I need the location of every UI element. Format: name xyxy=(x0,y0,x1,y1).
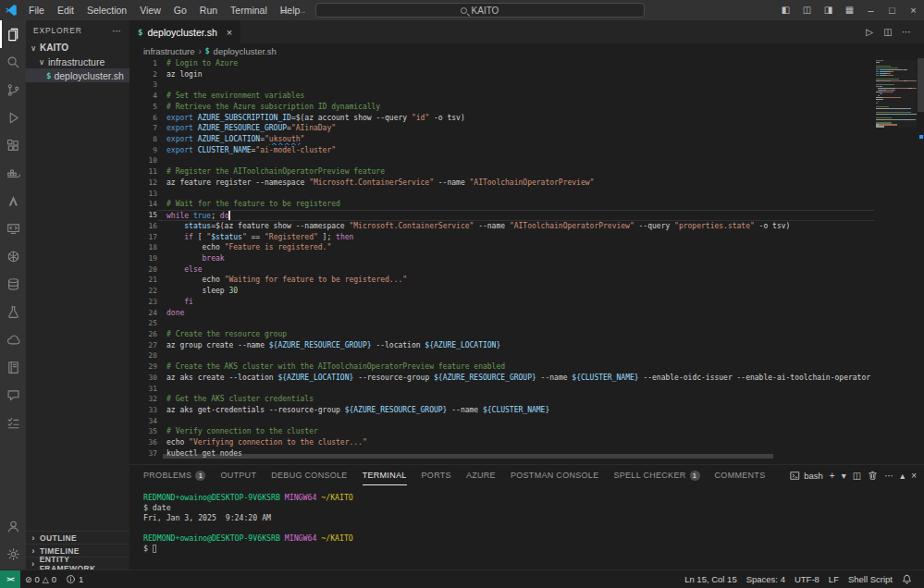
code-line[interactable]: 13 xyxy=(129,189,874,200)
code-line[interactable]: 31 xyxy=(129,384,874,395)
code-line[interactable]: 15while true; do xyxy=(129,210,874,221)
panel-tab-postman-console[interactable]: POSTMAN CONSOLE xyxy=(511,465,599,485)
code-line[interactable]: 7export AZURE_RESOURCE_GROUP="AIinaDay" xyxy=(129,123,874,134)
tree-item-infrastructure[interactable]: ∨infrastructure xyxy=(26,55,129,68)
close-panel-icon[interactable]: × xyxy=(911,471,917,481)
section-outline[interactable]: ›OUTLINE xyxy=(26,531,129,544)
tab-deploycluster[interactable]: $ deploycluster.sh × xyxy=(129,20,241,43)
minimize-button[interactable]: – xyxy=(860,0,881,20)
code-line[interactable]: 1# Login to Azure xyxy=(129,58,874,69)
code-line[interactable]: 24done xyxy=(129,308,874,319)
code-area[interactable]: 1# Login to Azure2az login34# Set the en… xyxy=(129,58,924,464)
menu-file[interactable]: File xyxy=(22,0,51,20)
toggle-secondary-sidebar-icon[interactable]: ◨ xyxy=(818,0,839,20)
tree-item-kaito[interactable]: ∨KAITO xyxy=(26,41,129,55)
code-line[interactable]: 36echo "Verifying connection to the clus… xyxy=(129,437,874,448)
eol[interactable]: LF xyxy=(824,574,844,584)
info-indicator[interactable]: 1 xyxy=(61,574,88,584)
menu-selection[interactable]: Selection xyxy=(80,0,133,20)
extensions-icon[interactable] xyxy=(0,131,26,159)
maximize-button[interactable]: □ xyxy=(881,0,903,20)
code-line[interactable]: 2az login xyxy=(129,69,874,80)
code-line[interactable]: 34 xyxy=(129,416,874,427)
nav-back-icon[interactable]: ← xyxy=(280,5,290,16)
terminal-output[interactable]: REDMOND+owaino@DESKTOP-9V6KSRB MINGW64 ~… xyxy=(129,485,924,554)
horizontal-scrollbar[interactable] xyxy=(163,454,773,459)
panel-tab-debug-console[interactable]: DEBUG CONSOLE xyxy=(271,465,347,485)
breadcrumb-item[interactable]: infrastructure xyxy=(143,46,194,56)
customize-layout-icon[interactable]: ▦ xyxy=(839,0,860,20)
split-editor-icon[interactable]: ◫ xyxy=(880,27,896,37)
panel-tab-problems[interactable]: PROBLEMS1 xyxy=(143,465,205,485)
panel-more-icon[interactable]: ⋯ xyxy=(884,471,893,481)
checklist-icon[interactable] xyxy=(0,409,26,436)
kill-terminal-icon[interactable] xyxy=(868,471,878,481)
new-terminal-icon[interactable]: + xyxy=(830,471,835,481)
remote-icon[interactable] xyxy=(0,214,26,242)
code-line[interactable]: 22 sleep 30 xyxy=(129,286,874,297)
encoding[interactable]: UTF-8 xyxy=(790,574,824,584)
breadcrumb-item[interactable]: deploycluster.sh xyxy=(214,46,277,56)
code-line[interactable]: 9export CLUSTER_NAME="ai-model-cluster" xyxy=(129,145,874,156)
code-line[interactable]: 29# Create the AKS cluster with the AITo… xyxy=(129,361,874,373)
panel-tab-comments[interactable]: COMMENTS xyxy=(715,465,766,485)
bell-icon[interactable] xyxy=(897,574,917,584)
database-icon[interactable] xyxy=(0,270,26,298)
code-line[interactable]: 21 echo "Waiting for feature to be regis… xyxy=(129,275,874,286)
code-line[interactable]: 28 xyxy=(129,350,874,361)
code-line[interactable]: 19 break xyxy=(129,253,874,264)
panel-tab-output[interactable]: OUTPUT xyxy=(220,465,256,485)
code-line[interactable]: 20 else xyxy=(129,264,874,276)
section-entity-framework[interactable]: ›ENTITY FRAMEWORK xyxy=(26,557,129,570)
panel-tab-terminal[interactable]: TERMINAL xyxy=(363,465,407,485)
code-line[interactable]: 16 status=$(az feature show --namespace … xyxy=(129,221,874,232)
close-button[interactable]: × xyxy=(903,0,924,20)
terminal-dropdown-icon[interactable]: ▾ xyxy=(842,471,846,481)
code-line[interactable]: 4# Set the environment variables xyxy=(129,91,874,102)
terminal-shell-label[interactable]: bash xyxy=(790,471,823,481)
code-line[interactable]: 17 if [ "$status" == "Registered" ]; the… xyxy=(129,232,874,243)
chat-icon[interactable] xyxy=(0,381,26,409)
code-line[interactable]: 30az aks create --location ${AZURE_LOCAT… xyxy=(129,373,874,384)
language-mode[interactable]: Shell Script xyxy=(844,574,897,584)
files-icon[interactable] xyxy=(0,20,26,48)
code-line[interactable]: 18 echo "Feature is registered." xyxy=(129,242,874,253)
menu-edit[interactable]: Edit xyxy=(51,0,80,20)
code-line[interactable]: 32# Get the AKS cluster credentials xyxy=(129,394,874,405)
code-line[interactable]: 14# Wait for the feature to be registere… xyxy=(129,199,874,210)
panel-tab-spell-checker[interactable]: SPELL CHECKER1 xyxy=(613,465,699,485)
azure-icon[interactable] xyxy=(0,187,26,214)
panel-tab-ports[interactable]: PORTS xyxy=(422,465,451,485)
editor-more-icon[interactable]: ⋯ xyxy=(898,27,915,37)
panel-tab-azure[interactable]: AZURE xyxy=(466,465,496,485)
kubernetes-icon[interactable] xyxy=(0,242,26,270)
run-script-icon[interactable]: ▷ xyxy=(861,27,878,37)
source-control-icon[interactable] xyxy=(0,76,26,104)
debug-icon[interactable] xyxy=(0,104,26,131)
code-line[interactable]: 5# Retrieve the Azure subscription ID dy… xyxy=(129,102,874,113)
tree-item-deploycluster.sh[interactable]: $deploycluster.sh xyxy=(26,68,129,82)
indentation[interactable]: Spaces: 4 xyxy=(742,574,790,584)
code-line[interactable]: 3 xyxy=(129,80,874,91)
notebook-icon[interactable] xyxy=(0,353,26,381)
beaker-icon[interactable] xyxy=(0,298,26,325)
command-center-search[interactable]: KAITO xyxy=(315,3,645,18)
explorer-more-icon[interactable]: ⋯ xyxy=(112,26,122,36)
docker-icon[interactable] xyxy=(0,159,26,187)
code-line[interactable]: 8export AZURE_LOCATION="uksouth" xyxy=(129,134,874,145)
problems-indicator[interactable]: ⊘0 △0 xyxy=(20,574,61,584)
remote-indicator[interactable]: >< xyxy=(0,570,20,588)
cloud-icon[interactable] xyxy=(0,325,26,353)
tab-close-icon[interactable]: × xyxy=(227,27,232,38)
code-line[interactable]: 6export AZURE_SUBSCRIPTION_ID=$(az accou… xyxy=(129,113,874,124)
split-terminal-icon[interactable]: ◫ xyxy=(853,471,861,481)
minimap[interactable] xyxy=(876,60,917,128)
toggle-panel-icon[interactable]: ◫ xyxy=(796,0,818,20)
code-line[interactable]: 35# Verify connection to the cluster xyxy=(129,426,874,437)
code-line[interactable]: 27az group create --name ${AZURE_RESOURC… xyxy=(129,340,874,351)
vertical-scrollbar[interactable] xyxy=(918,58,924,112)
maximize-panel-icon[interactable]: ▴ xyxy=(900,471,905,481)
person-icon[interactable] xyxy=(0,512,26,540)
toggle-sidebar-icon[interactable]: ◧ xyxy=(775,0,796,20)
code-line[interactable]: 25 xyxy=(129,318,874,329)
